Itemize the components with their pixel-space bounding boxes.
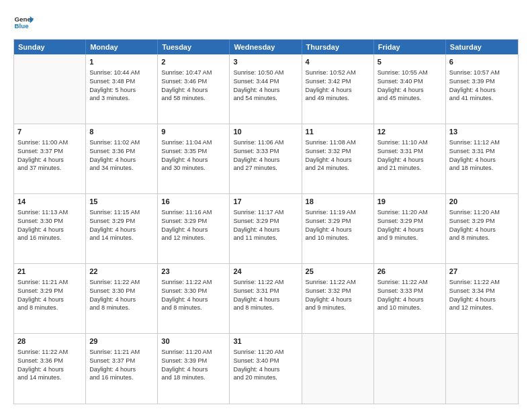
day-number: 26 xyxy=(378,267,442,277)
header: General Blue xyxy=(13,12,519,32)
calendar-cell: 7Sunrise: 11:00 AMSunset: 3:37 PMDayligh… xyxy=(14,124,86,193)
cell-info: Sunrise: 10:52 AMSunset: 3:42 PMDaylight… xyxy=(306,68,370,103)
cell-info: Sunrise: 11:12 AMSunset: 3:31 PMDaylight… xyxy=(449,138,515,173)
calendar-week: 14Sunrise: 11:13 AMSunset: 3:30 PMDaylig… xyxy=(14,194,518,264)
calendar-cell: 26Sunrise: 11:22 AMSunset: 3:33 PMDaylig… xyxy=(374,264,446,333)
weekday-label: Saturday xyxy=(446,40,518,54)
day-number: 5 xyxy=(378,57,442,67)
cell-info: Sunrise: 11:17 AMSunset: 3:29 PMDaylight… xyxy=(233,208,298,243)
weekday-label: Monday xyxy=(86,40,158,54)
cell-info: Sunrise: 11:21 AMSunset: 3:37 PMDaylight… xyxy=(89,348,154,383)
cell-info: Sunrise: 10:55 AMSunset: 3:40 PMDaylight… xyxy=(378,68,442,103)
calendar-cell xyxy=(374,334,446,404)
day-number: 29 xyxy=(89,336,154,347)
calendar-cell: 14Sunrise: 11:13 AMSunset: 3:30 PMDaylig… xyxy=(14,194,86,263)
day-number: 2 xyxy=(161,57,226,67)
calendar-cell: 15Sunrise: 11:15 AMSunset: 3:29 PMDaylig… xyxy=(86,194,158,263)
day-number: 24 xyxy=(233,267,298,277)
cell-info: Sunrise: 11:22 AMSunset: 3:32 PMDaylight… xyxy=(306,278,370,313)
calendar-cell: 11Sunrise: 11:08 AMSunset: 3:32 PMDaylig… xyxy=(302,124,374,193)
calendar-week: 21Sunrise: 11:21 AMSunset: 3:29 PMDaylig… xyxy=(14,264,518,334)
cell-info: Sunrise: 11:20 AMSunset: 3:40 PMDaylight… xyxy=(233,348,298,383)
calendar-cell: 12Sunrise: 11:10 AMSunset: 3:31 PMDaylig… xyxy=(374,124,446,193)
cell-info: Sunrise: 11:22 AMSunset: 3:30 PMDaylight… xyxy=(89,278,154,313)
cell-info: Sunrise: 11:00 AMSunset: 3:37 PMDaylight… xyxy=(17,138,82,173)
calendar-cell: 27Sunrise: 11:22 AMSunset: 3:34 PMDaylig… xyxy=(446,264,518,333)
day-number: 11 xyxy=(306,127,370,137)
cell-info: Sunrise: 11:16 AMSunset: 3:29 PMDaylight… xyxy=(161,208,226,243)
day-number: 12 xyxy=(378,127,442,137)
day-number: 22 xyxy=(89,267,154,277)
cell-info: Sunrise: 11:08 AMSunset: 3:32 PMDaylight… xyxy=(306,138,370,173)
day-number: 1 xyxy=(89,57,154,67)
calendar-cell: 28Sunrise: 11:22 AMSunset: 3:36 PMDaylig… xyxy=(14,334,86,404)
day-number: 25 xyxy=(306,267,370,277)
calendar-cell: 31Sunrise: 11:20 AMSunset: 3:40 PMDaylig… xyxy=(230,334,302,404)
cell-info: Sunrise: 11:22 AMSunset: 3:31 PMDaylight… xyxy=(233,278,298,313)
calendar-cell: 22Sunrise: 11:22 AMSunset: 3:30 PMDaylig… xyxy=(86,264,158,333)
day-number: 6 xyxy=(449,57,515,67)
day-number: 10 xyxy=(233,127,298,137)
calendar-cell: 5Sunrise: 10:55 AMSunset: 3:40 PMDayligh… xyxy=(374,54,446,124)
day-number: 31 xyxy=(233,336,298,347)
calendar-cell xyxy=(14,54,86,124)
calendar-cell: 29Sunrise: 11:21 AMSunset: 3:37 PMDaylig… xyxy=(86,334,158,404)
calendar-body: 1Sunrise: 10:44 AMSunset: 3:48 PMDayligh… xyxy=(14,54,518,404)
calendar-week: 28Sunrise: 11:22 AMSunset: 3:36 PMDaylig… xyxy=(14,334,518,404)
calendar-cell: 24Sunrise: 11:22 AMSunset: 3:31 PMDaylig… xyxy=(230,264,302,333)
weekday-label: Friday xyxy=(374,40,446,54)
day-number: 21 xyxy=(17,267,82,277)
cell-info: Sunrise: 11:06 AMSunset: 3:33 PMDaylight… xyxy=(233,138,298,173)
day-number: 9 xyxy=(161,127,226,137)
cell-info: Sunrise: 11:22 AMSunset: 3:36 PMDaylight… xyxy=(17,348,82,383)
cell-info: Sunrise: 11:04 AMSunset: 3:35 PMDaylight… xyxy=(161,138,226,173)
cell-info: Sunrise: 11:19 AMSunset: 3:29 PMDaylight… xyxy=(306,208,370,243)
calendar-cell: 3Sunrise: 10:50 AMSunset: 3:44 PMDayligh… xyxy=(230,54,302,124)
calendar-cell: 23Sunrise: 11:22 AMSunset: 3:30 PMDaylig… xyxy=(158,264,230,333)
calendar-cell xyxy=(302,334,374,404)
day-number: 20 xyxy=(449,197,515,207)
calendar-cell: 4Sunrise: 10:52 AMSunset: 3:42 PMDayligh… xyxy=(302,54,374,124)
weekday-label: Tuesday xyxy=(158,40,230,54)
calendar-cell: 20Sunrise: 11:20 AMSunset: 3:29 PMDaylig… xyxy=(446,194,518,263)
cell-info: Sunrise: 10:47 AMSunset: 3:46 PMDaylight… xyxy=(161,68,226,103)
calendar-week: 1Sunrise: 10:44 AMSunset: 3:48 PMDayligh… xyxy=(14,54,518,124)
cell-info: Sunrise: 11:13 AMSunset: 3:30 PMDaylight… xyxy=(17,208,82,243)
day-number: 8 xyxy=(89,127,154,137)
logo: General Blue xyxy=(13,12,34,32)
day-number: 19 xyxy=(378,197,442,207)
calendar-cell: 25Sunrise: 11:22 AMSunset: 3:32 PMDaylig… xyxy=(302,264,374,333)
cell-info: Sunrise: 11:02 AMSunset: 3:36 PMDaylight… xyxy=(89,138,154,173)
calendar-cell: 2Sunrise: 10:47 AMSunset: 3:46 PMDayligh… xyxy=(158,54,230,124)
day-number: 27 xyxy=(449,267,515,277)
calendar-cell: 13Sunrise: 11:12 AMSunset: 3:31 PMDaylig… xyxy=(446,124,518,193)
calendar-cell: 17Sunrise: 11:17 AMSunset: 3:29 PMDaylig… xyxy=(230,194,302,263)
cell-info: Sunrise: 11:22 AMSunset: 3:33 PMDaylight… xyxy=(378,278,442,313)
cell-info: Sunrise: 11:20 AMSunset: 3:29 PMDaylight… xyxy=(378,208,442,243)
day-number: 17 xyxy=(233,197,298,207)
day-number: 30 xyxy=(161,336,226,347)
calendar-cell: 6Sunrise: 10:57 AMSunset: 3:39 PMDayligh… xyxy=(446,54,518,124)
cell-info: Sunrise: 11:20 AMSunset: 3:39 PMDaylight… xyxy=(161,348,226,383)
calendar-cell: 8Sunrise: 11:02 AMSunset: 3:36 PMDayligh… xyxy=(86,124,158,193)
cell-info: Sunrise: 11:10 AMSunset: 3:31 PMDaylight… xyxy=(378,138,442,173)
day-number: 4 xyxy=(306,57,370,67)
day-number: 15 xyxy=(89,197,154,207)
calendar-header: SundayMondayTuesdayWednesdayThursdayFrid… xyxy=(14,40,518,54)
day-number: 3 xyxy=(233,57,298,67)
cell-info: Sunrise: 11:20 AMSunset: 3:29 PMDaylight… xyxy=(449,208,515,243)
day-number: 18 xyxy=(306,197,370,207)
calendar-cell: 30Sunrise: 11:20 AMSunset: 3:39 PMDaylig… xyxy=(158,334,230,404)
calendar-cell: 18Sunrise: 11:19 AMSunset: 3:29 PMDaylig… xyxy=(302,194,374,263)
cell-info: Sunrise: 10:57 AMSunset: 3:39 PMDaylight… xyxy=(449,68,515,103)
day-number: 28 xyxy=(17,336,82,347)
cell-info: Sunrise: 10:50 AMSunset: 3:44 PMDaylight… xyxy=(233,68,298,103)
calendar-cell: 10Sunrise: 11:06 AMSunset: 3:33 PMDaylig… xyxy=(230,124,302,193)
day-number: 7 xyxy=(17,127,82,137)
cell-info: Sunrise: 10:44 AMSunset: 3:48 PMDaylight… xyxy=(89,68,154,103)
day-number: 13 xyxy=(449,127,515,137)
cell-info: Sunrise: 11:22 AMSunset: 3:30 PMDaylight… xyxy=(161,278,226,313)
logo-icon: General Blue xyxy=(13,12,34,32)
calendar-cell xyxy=(446,334,518,404)
calendar-week: 7Sunrise: 11:00 AMSunset: 3:37 PMDayligh… xyxy=(14,124,518,194)
